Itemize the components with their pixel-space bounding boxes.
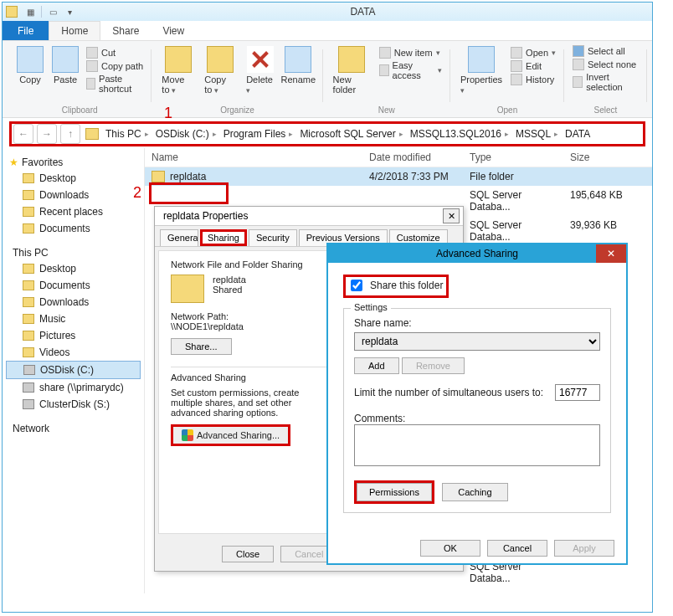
folder-icon <box>6 6 18 18</box>
pc-videos[interactable]: Videos <box>6 344 141 361</box>
pasteshort-button[interactable]: Paste shortcut <box>83 73 146 95</box>
pc-desktop[interactable]: Desktop <box>6 260 141 277</box>
moveto-button[interactable]: Move to <box>157 44 199 96</box>
properties-title: repldata Properties ✕ <box>155 207 463 226</box>
tab-view[interactable]: View <box>151 21 196 40</box>
adv-title: Advanced Sharing ✕ <box>328 244 626 263</box>
tab-sharing[interactable]: Sharing <box>200 229 247 246</box>
sidebar-recent[interactable]: Recent places <box>6 203 141 220</box>
crumb-data[interactable]: DATA <box>565 128 590 140</box>
invertsel-button[interactable]: Invert selection <box>569 71 642 93</box>
open-button[interactable]: Open <box>507 46 559 59</box>
limit-label: Limit the number of simultaneous users t… <box>354 387 548 398</box>
selectnone-button[interactable]: Select none <box>569 58 640 71</box>
prop-close-button[interactable]: Close <box>222 546 274 562</box>
caching-button[interactable]: Caching <box>442 483 507 501</box>
advsharing-text: Set custom permissions, create multiple … <box>171 388 321 418</box>
comments-textarea[interactable] <box>354 424 600 466</box>
close-button[interactable]: ✕ <box>443 208 460 223</box>
sidebar-downloads[interactable]: Downloads <box>6 187 141 203</box>
easyaccess-button[interactable]: Easy access <box>376 59 445 81</box>
advanced-sharing-dialog: Advanced Sharing ✕ Share this folder Set… <box>326 243 628 565</box>
tab-home[interactable]: Home <box>49 21 100 40</box>
crumb-thispc[interactable]: This PC <box>105 128 141 140</box>
sidebar-network[interactable]: Network <box>6 421 141 436</box>
qat-new[interactable]: ▭ <box>45 5 60 18</box>
pc-pictures[interactable]: Pictures <box>6 327 141 344</box>
permissions-button[interactable]: Permissions <box>357 483 432 501</box>
star-icon: ★ <box>9 157 18 168</box>
adv-apply-button: Apply <box>554 540 614 557</box>
annotation-1: 1 <box>164 105 172 122</box>
sharename-select[interactable]: repldata <box>354 332 600 351</box>
share-this-folder-checkbox[interactable]: Share this folder <box>347 277 443 294</box>
folder-large-icon <box>171 275 204 303</box>
newitem-button[interactable]: New item <box>376 46 445 59</box>
pc-documents[interactable]: Documents <box>6 277 141 294</box>
delete-button[interactable]: Delete <box>241 44 279 96</box>
history-button[interactable]: History <box>507 73 559 86</box>
col-type[interactable]: Type <box>463 148 563 167</box>
advanced-sharing-button[interactable]: Advanced Sharing... <box>171 424 290 446</box>
qat-drop[interactable]: ▾ <box>62 5 77 18</box>
paste-button[interactable]: Paste <box>48 44 83 86</box>
nav-up[interactable]: ↑ <box>60 124 80 144</box>
adv-close-button[interactable]: ✕ <box>596 244 626 263</box>
highlight-2 <box>149 182 229 204</box>
rename-button[interactable]: Rename <box>279 44 318 86</box>
folder-icon <box>152 171 165 182</box>
window-title: DATA <box>77 6 649 18</box>
tab-share[interactable]: Share <box>100 21 151 40</box>
remove-button: Remove <box>402 357 465 374</box>
address-bar[interactable]: ← → ↑ This PC▸ OSDisk (C:)▸ Program File… <box>9 121 645 146</box>
sharename-label: Share name: <box>354 317 600 329</box>
comments-label: Comments: <box>354 413 600 424</box>
shield-icon <box>182 429 193 441</box>
pc-share[interactable]: share (\\primarydc) <box>6 379 141 396</box>
properties-button[interactable]: Properties <box>455 44 507 96</box>
adv-ok-button[interactable]: OK <box>420 540 480 557</box>
sidebar-thispc[interactable]: This PC <box>6 245 141 260</box>
col-size[interactable]: Size <box>563 148 630 167</box>
pc-cluster[interactable]: ClusterDisk (S:) <box>6 396 141 413</box>
edit-button[interactable]: Edit <box>507 59 559 73</box>
sidebar-favorites[interactable]: ★Favorites <box>6 155 141 170</box>
crumb-sql[interactable]: Microsoft SQL Server <box>300 128 395 140</box>
share-checkbox[interactable] <box>351 280 362 291</box>
col-mod[interactable]: Date modified <box>362 148 463 167</box>
pc-osdisk[interactable]: OSDisk (C:) <box>6 361 141 379</box>
adv-cancel-button[interactable]: Cancel <box>487 540 547 557</box>
cut-button[interactable]: Cut <box>83 46 146 59</box>
col-name[interactable]: Name <box>145 148 362 167</box>
crumb-mssql[interactable]: MSSQL <box>516 128 551 140</box>
nav-fwd[interactable]: → <box>37 124 57 144</box>
selectall-button[interactable]: Select all <box>569 44 629 58</box>
copyto-button[interactable]: Copy to <box>199 44 241 96</box>
tab-general[interactable]: General <box>160 229 198 246</box>
share-button[interactable]: Share... <box>171 338 232 355</box>
annotation-2: 2 <box>133 184 141 202</box>
sidebar-documents[interactable]: Documents <box>6 220 141 237</box>
pc-music[interactable]: Music <box>6 311 141 327</box>
copy-button[interactable]: Copy <box>13 44 48 86</box>
newfolder-button[interactable]: New folder <box>328 44 376 96</box>
crumb-c[interactable]: OSDisk (C:) <box>156 128 209 140</box>
copypath-button[interactable]: Copy path <box>83 59 146 73</box>
folder-icon <box>85 128 99 140</box>
limit-input[interactable] <box>555 384 600 401</box>
file-menu[interactable]: File <box>3 21 49 40</box>
crumb-inst[interactable]: MSSQL13.SQL2016 <box>410 128 501 140</box>
nav-back[interactable]: ← <box>13 124 33 144</box>
crumb-pf[interactable]: Program Files <box>223 128 286 140</box>
sidebar-desktop[interactable]: Desktop <box>6 170 141 187</box>
qat-props[interactable]: ▦ <box>23 5 38 18</box>
tab-security[interactable]: Security <box>249 229 297 246</box>
pc-downloads[interactable]: Downloads <box>6 294 141 311</box>
add-button[interactable]: Add <box>354 357 399 374</box>
settings-label: Settings <box>351 302 391 312</box>
